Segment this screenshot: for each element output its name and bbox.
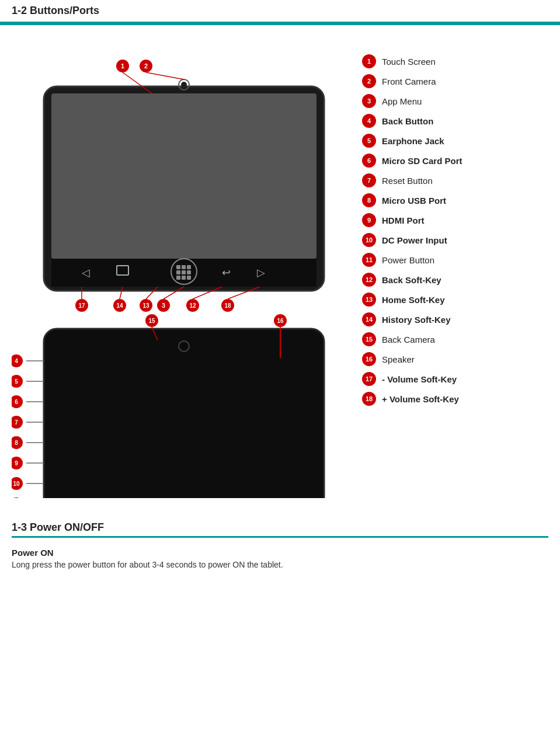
legend-label-8: Micro USB Port [382,196,446,206]
svg-text:9: 9 [15,460,18,467]
legend-badge-16: 16 [362,352,376,366]
legend-label-17: - Volume Soft-Key [382,374,457,384]
svg-text:17: 17 [78,302,85,309]
legend-label-5: Earphone Jack [382,136,444,146]
svg-rect-9 [176,270,180,274]
svg-text:10: 10 [13,481,20,487]
svg-point-70 [12,497,23,498]
legend-label-6: Micro SD Card Port [382,156,462,166]
legend-badge-4: 4 [362,114,376,128]
svg-text:4: 4 [15,358,18,364]
legend-label-11: Power Button [382,255,434,265]
legend-label-12: Back Soft-Key [382,275,441,285]
legend-badge-6: 6 [362,154,376,168]
legend-item-1: 1Touch Screen [362,54,548,68]
legend-badge-1: 1 [362,54,376,68]
svg-text:▷: ▷ [257,267,265,279]
svg-text:◁: ◁ [82,267,90,279]
legend-label-1: Touch Screen [382,57,436,67]
svg-text:14: 14 [116,302,123,309]
legend-item-2: 2Front Camera [362,74,548,88]
legend-label-2: Front Camera [382,76,436,86]
legend-item-10: 10DC Power Input [362,233,548,247]
legend-label-4: Back Button [382,116,433,126]
power-on-subtitle: Power ON [12,548,548,558]
legend-label-16: Speaker [382,354,415,364]
diagram-area: ◁ ↩ ▷ 1 [12,43,350,498]
legend-item-12: 12Back Soft-Key [362,273,548,287]
svg-text:13: 13 [142,302,149,309]
svg-rect-10 [182,270,186,274]
legend-item-17: 17- Volume Soft-Key [362,372,548,386]
legend-item-7: 7Reset Button [362,173,548,187]
bottom-section: 1-3 Power ON/OFF Power ON Long press the… [0,510,560,575]
power-on-description: Long press the power button for about 3-… [12,560,548,569]
legend-badge-17: 17 [362,372,376,386]
svg-text:18: 18 [224,302,231,309]
legend-badge-10: 10 [362,233,376,247]
svg-line-24 [146,72,184,79]
legend-badge-8: 8 [362,193,376,207]
legend-area: 1Touch Screen2Front Camera3App Menu4Back… [362,43,548,412]
svg-text:7: 7 [15,419,18,426]
svg-rect-8 [187,265,191,269]
svg-rect-12 [176,276,180,280]
svg-text:12: 12 [189,302,196,309]
svg-text:16: 16 [277,318,284,324]
svg-text:2: 2 [144,62,148,69]
legend-badge-14: 14 [362,312,376,326]
legend-item-14: 14History Soft-Key [362,312,548,326]
legend-item-15: 15Back Camera [362,332,548,346]
legend-item-3: 3App Menu [362,94,548,108]
main-content: ◁ ↩ ▷ 1 [0,25,560,510]
svg-text:8: 8 [15,440,18,446]
legend-label-10: DC Power Input [382,235,447,245]
section-divider-power [12,536,548,538]
svg-rect-43 [44,329,324,498]
legend-badge-15: 15 [362,332,376,346]
legend-item-6: 6Micro SD Card Port [362,154,548,168]
legend-item-18: 18+ Volume Soft-Key [362,392,548,406]
legend-label-3: App Menu [382,96,422,106]
legend-badge-7: 7 [362,173,376,187]
legend-badge-18: 18 [362,392,376,406]
legend-item-8: 8Micro USB Port [362,193,548,207]
svg-text:5: 5 [15,378,18,385]
legend-item-4: 4Back Button [362,114,548,128]
legend-badge-13: 13 [362,293,376,307]
svg-rect-7 [182,265,186,269]
legend-item-16: 16Speaker [362,352,548,366]
legend-item-11: 11Power Button [362,253,548,267]
svg-rect-14 [187,276,191,280]
power-on-off-title: 1-3 Power ON/OFF [12,521,548,534]
legend-label-15: Back Camera [382,335,435,345]
svg-text:6: 6 [15,399,18,405]
legend-label-9: HDMI Port [382,215,425,225]
section-title-buttons: 1-2 Buttons/Ports [12,5,99,16]
legend-item-5: 5Earphone Jack [362,134,548,148]
legend-label-13: Home Soft-Key [382,295,445,305]
legend-badge-12: 12 [362,273,376,287]
legend-badge-9: 9 [362,213,376,227]
svg-point-18 [181,82,187,88]
svg-rect-11 [187,270,191,274]
legend-label-18: + Volume Soft-Key [382,394,459,404]
svg-text:↩: ↩ [222,267,231,279]
legend-item-9: 9HDMI Port [362,213,548,227]
legend-badge-11: 11 [362,253,376,267]
legend-badge-5: 5 [362,134,376,148]
svg-text:3: 3 [162,302,165,309]
legend-label-7: Reset Button [382,176,433,186]
svg-point-45 [182,344,186,349]
svg-text:15: 15 [148,318,155,324]
svg-rect-6 [176,265,180,269]
svg-rect-1 [51,93,316,259]
svg-rect-13 [182,276,186,280]
svg-text:1: 1 [121,62,124,69]
legend-badge-2: 2 [362,74,376,88]
section-header-buttons: 1-2 Buttons/Ports [0,0,560,25]
diagram-svg: ◁ ↩ ▷ 1 [12,43,350,498]
legend-item-13: 13Home Soft-Key [362,293,548,307]
legend-label-14: History Soft-Key [382,315,451,325]
legend-badge-3: 3 [362,94,376,108]
